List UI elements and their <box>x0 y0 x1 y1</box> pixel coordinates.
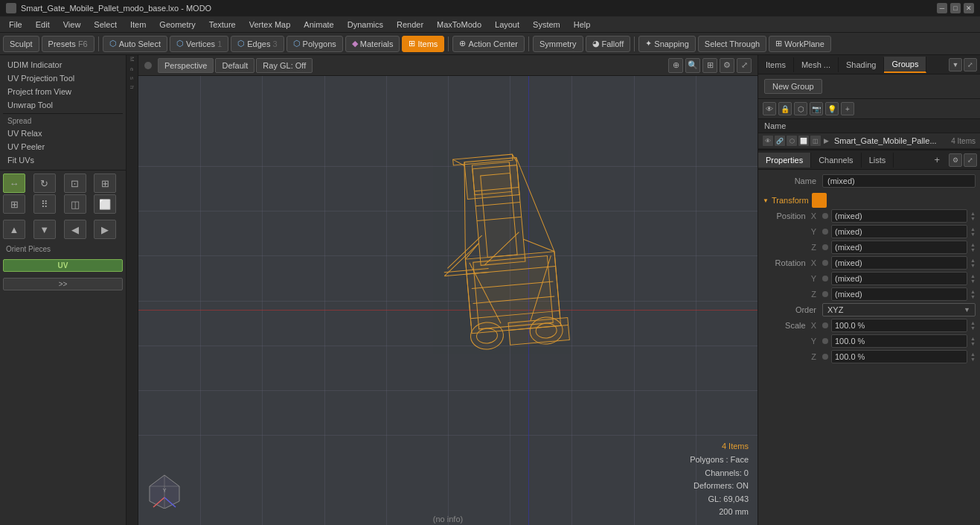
menu-view[interactable]: View <box>57 19 87 31</box>
position-z-arrows[interactable]: ▲ ▼ <box>970 242 976 252</box>
tab-mesh[interactable]: Mesh ... <box>794 57 839 72</box>
vp-navigate-icon[interactable]: ⊕ <box>668 58 683 73</box>
tab-items[interactable]: Items <box>758 57 794 72</box>
minimize-button[interactable]: ─ <box>937 3 947 13</box>
rotation-y-arrows[interactable]: ▲ ▼ <box>970 273 976 284</box>
viewport-menu-dot[interactable] <box>144 62 152 69</box>
menu-maxtomodo[interactable]: MaxToModo <box>431 19 487 31</box>
group-row-box-icon[interactable]: ⬜ <box>798 136 809 146</box>
menu-item[interactable]: Item <box>124 19 152 31</box>
position-z-value[interactable]: (mixed) <box>831 241 967 254</box>
menu-vertex-map[interactable]: Vertex Map <box>243 19 297 31</box>
name-prop-value[interactable]: (mixed) <box>822 174 976 188</box>
tool-grid[interactable]: ⊞ <box>3 194 25 214</box>
udim-indicator-item[interactable]: UDIM Indicator <box>3 58 123 71</box>
group-row-lock-icon[interactable]: 🔗 <box>775 136 785 146</box>
tab-shading[interactable]: Shading <box>839 57 884 72</box>
group-list-item[interactable]: 👁 🔗 ⬡ ⬜ ◫ ▶ Smart_Gate_Mobile_Palle... 4… <box>758 133 980 149</box>
tool-scale[interactable]: ⊡ <box>64 174 86 193</box>
tool-box[interactable]: ⬜ <box>94 194 116 214</box>
uv-relax-item[interactable]: UV Relax <box>3 127 123 140</box>
tool-rotate[interactable]: ↻ <box>33 174 56 193</box>
snapping-button[interactable]: ✦ Snapping <box>638 36 696 52</box>
presets-button[interactable]: Presets F6 <box>42 36 95 52</box>
props-expand-icon[interactable]: ⤢ <box>964 153 977 167</box>
scale-z-value[interactable]: 100.0 % <box>831 350 967 363</box>
tab-groups[interactable]: Groups <box>884 57 926 73</box>
polygons-button[interactable]: ⬡ Polygons <box>286 36 343 52</box>
menu-file[interactable]: File <box>3 19 28 31</box>
perspective-button[interactable]: Perspective <box>158 58 214 73</box>
menu-render[interactable]: Render <box>391 19 429 31</box>
tab-channels[interactable]: Channels <box>811 153 861 168</box>
tab-lists[interactable]: Lists <box>862 153 894 168</box>
tool-transform[interactable]: ⊞ <box>94 174 116 193</box>
edges-button[interactable]: ⬡ Edges 3 <box>231 36 284 52</box>
menu-texture[interactable]: Texture <box>203 19 242 31</box>
fit-uvs-item[interactable]: Fit UVs <box>3 153 123 167</box>
position-y-value[interactable]: (mixed) <box>831 225 967 238</box>
auto-select-button[interactable]: ⬡ Auto Select <box>103 36 167 52</box>
rotation-x-value[interactable]: (mixed) <box>831 256 967 270</box>
unwrap-tool-item[interactable]: Unwrap Tool <box>3 98 123 112</box>
project-from-view-item[interactable]: Project from View <box>3 85 123 98</box>
navigation-cube[interactable]: Y <box>146 471 183 510</box>
vp-fit-icon[interactable]: ⊞ <box>702 58 717 73</box>
action-center-button[interactable]: ⊕ Action Center <box>452 36 525 52</box>
tool-move[interactable]: ↔ <box>3 174 25 193</box>
group-lock-icon[interactable]: 🔒 <box>778 102 792 115</box>
group-row-layer-icon[interactable]: ◫ <box>810 136 821 146</box>
group-add-icon[interactable]: + <box>841 102 854 115</box>
tool-left[interactable]: ◀ <box>64 220 86 239</box>
rotation-z-value[interactable]: (mixed) <box>831 287 967 301</box>
vp-settings-icon[interactable]: ⚙ <box>720 58 734 73</box>
viewport-canvas[interactable]: 4 Items Polygons : Face Channels: 0 Defo… <box>138 76 758 525</box>
scale-y-value[interactable]: 100.0 % <box>831 334 967 348</box>
vertices-button[interactable]: ⬡ Vertices 1 <box>170 36 228 52</box>
rotation-y-value[interactable]: (mixed) <box>831 272 967 285</box>
ray-gl-button[interactable]: Ray GL: Off <box>256 58 313 73</box>
items-button[interactable]: ⊞ Items <box>402 36 444 52</box>
vp-zoom-icon[interactable]: 🔍 <box>685 58 700 73</box>
window-controls[interactable]: ─ □ ✕ <box>937 3 974 13</box>
position-x-arrows[interactable]: ▲ ▼ <box>970 211 976 221</box>
menu-animate[interactable]: Animate <box>298 19 339 31</box>
transform-section[interactable]: Transform <box>763 190 976 209</box>
default-button[interactable]: Default <box>215 58 254 73</box>
close-button[interactable]: ✕ <box>964 3 974 13</box>
select-through-button[interactable]: Select Through <box>698 36 766 52</box>
rotation-x-arrows[interactable]: ▲ ▼ <box>970 258 976 268</box>
tool-right[interactable]: ▶ <box>94 220 116 239</box>
vp-expand-icon[interactable]: ⤢ <box>737 58 752 73</box>
uv-projection-tool-item[interactable]: UV Projection Tool <box>3 71 123 85</box>
scale-y-arrows[interactable]: ▲ ▼ <box>970 336 976 346</box>
materials-button[interactable]: ◆ Materials <box>345 36 400 52</box>
group-camera-icon[interactable]: 📷 <box>810 102 823 115</box>
uv-peeler-item[interactable]: UV Peeler <box>3 140 123 153</box>
new-group-button[interactable]: New Group <box>764 79 822 94</box>
viewport[interactable]: Perspective Default Ray GL: Off ⊕ 🔍 ⊞ ⚙ … <box>138 55 758 525</box>
tool-mesh[interactable]: ◫ <box>64 194 86 214</box>
position-y-arrows[interactable]: ▲ ▼ <box>970 226 976 237</box>
order-value[interactable]: XYZ ▼ <box>822 303 976 316</box>
menu-geometry[interactable]: Geometry <box>153 19 201 31</box>
menu-help[interactable]: Help <box>568 19 597 31</box>
group-light-icon[interactable]: 💡 <box>825 102 839 115</box>
tab-expand-icon[interactable]: ⤢ <box>964 58 977 71</box>
menu-dynamics[interactable]: Dynamics <box>342 19 389 31</box>
scale-x-arrows[interactable]: ▲ ▼ <box>970 320 976 331</box>
rotation-z-arrows[interactable]: ▲ ▼ <box>970 289 976 299</box>
maximize-button[interactable]: □ <box>950 3 961 13</box>
group-mesh-icon[interactable]: ⬡ <box>794 102 807 115</box>
group-row-eye-icon[interactable]: 👁 <box>763 136 773 146</box>
tool-down[interactable]: ▼ <box>33 220 56 239</box>
workplane-button[interactable]: ⊞ WorkPlane <box>769 36 831 52</box>
menu-edit[interactable]: Edit <box>30 19 56 31</box>
tab-dropdown-icon[interactable]: ▼ <box>949 58 962 71</box>
transform-orange-button[interactable] <box>812 193 827 208</box>
sculpt-button[interactable]: Sculpt <box>3 36 39 52</box>
props-settings-icon[interactable]: ⚙ <box>949 153 962 167</box>
falloff-button[interactable]: ◕ Falloff <box>586 36 631 52</box>
symmetry-button[interactable]: Symmetry <box>533 36 583 52</box>
menu-system[interactable]: System <box>527 19 566 31</box>
